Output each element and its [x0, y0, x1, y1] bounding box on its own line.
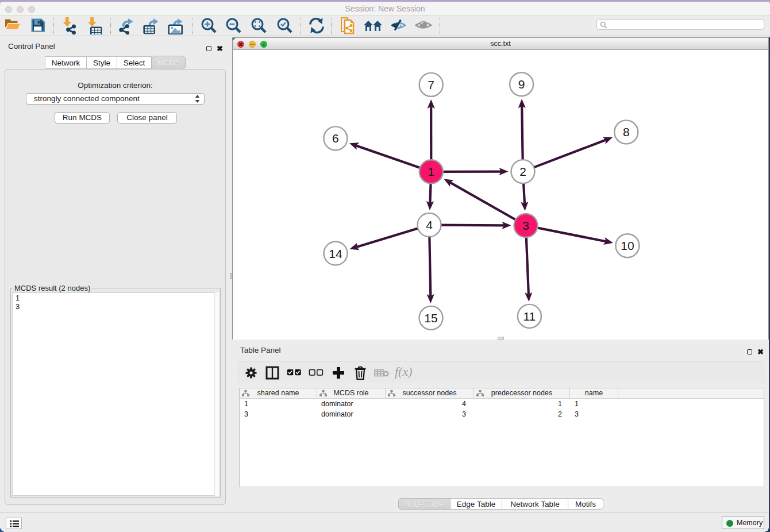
- svg-text:3: 3: [522, 219, 529, 232]
- svg-text:15: 15: [424, 311, 437, 325]
- svg-text:6: 6: [332, 132, 339, 145]
- svg-text:9: 9: [518, 78, 525, 91]
- svg-text:8: 8: [623, 125, 630, 138]
- svg-text:14: 14: [329, 247, 342, 260]
- svg-text:10: 10: [621, 239, 634, 252]
- svg-text:1: 1: [428, 165, 434, 178]
- svg-text:7: 7: [428, 78, 434, 91]
- svg-text:4: 4: [426, 218, 433, 232]
- svg-text:11: 11: [523, 310, 536, 323]
- svg-text:2: 2: [519, 165, 526, 178]
